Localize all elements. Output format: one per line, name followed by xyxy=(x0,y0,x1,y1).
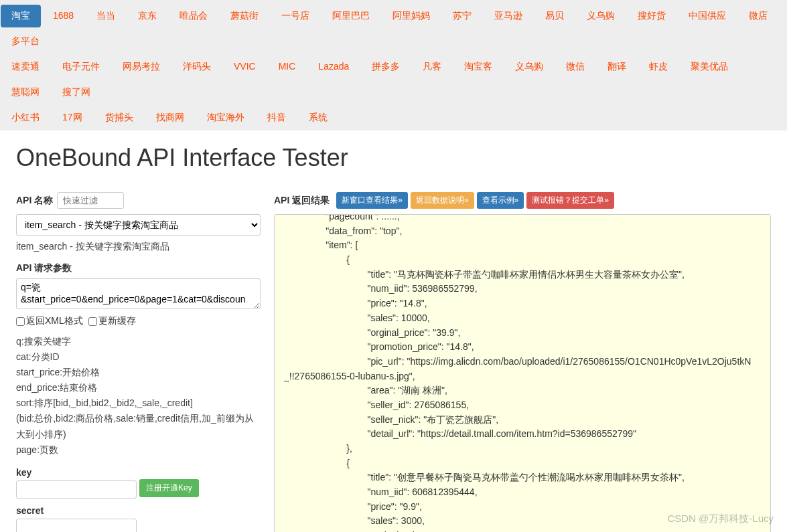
data-spec-button[interactable]: 返回数据说明» xyxy=(411,192,474,209)
api-select[interactable]: item_search - 按关键字搜索淘宝商品 xyxy=(16,214,261,236)
nav-tab[interactable]: 洋码头 xyxy=(172,56,222,78)
param-help: q:搜索关键字cat:分类IDstart_price:开始价格end_price… xyxy=(16,334,261,458)
param-help-line: cat:分类ID xyxy=(16,349,261,365)
param-help-line: start_price:开始价格 xyxy=(16,365,261,380)
nav-tab[interactable]: 搜好货 xyxy=(627,5,676,27)
submit-issue-button[interactable]: 测试报错？提交工单» xyxy=(526,192,614,209)
left-panel: API 名称 item_search - 按关键字搜索淘宝商品 item_sea… xyxy=(16,192,261,532)
checkbox-xml[interactable] xyxy=(16,317,25,326)
nav-tab[interactable]: 网易考拉 xyxy=(112,56,171,78)
nav-tab[interactable]: 货捕头 xyxy=(94,106,144,129)
nav-tab[interactable]: 电子元件 xyxy=(52,56,111,78)
register-key-button[interactable]: 注册开通Key xyxy=(139,479,199,497)
page-title: OneBound API Interface Tester xyxy=(0,130,787,179)
request-params-textarea[interactable] xyxy=(16,278,261,309)
nav-tab[interactable]: Lazada xyxy=(307,56,360,78)
nav-tab[interactable]: 当当 xyxy=(86,5,126,27)
nav-tab[interactable]: VVIC xyxy=(223,56,267,78)
nav-tab[interactable]: 亚马逊 xyxy=(484,5,533,27)
nav-tab[interactable]: 系统 xyxy=(298,106,338,129)
request-params-label: API 请求参数 xyxy=(16,262,257,274)
api-name-label: API 名称 xyxy=(16,195,53,207)
nav-tab[interactable]: 拼多多 xyxy=(361,56,411,78)
nav-tab[interactable]: 搜了网 xyxy=(52,81,101,104)
nav-tab[interactable]: 淘宝 xyxy=(1,5,41,27)
right-panel: API 返回结果 新窗口查看结果» 返回数据说明» 查看示例» 测试报错？提交工… xyxy=(274,192,771,532)
nav-tab[interactable]: 1688 xyxy=(42,5,84,27)
param-help-line: (bid:总价,bid2:商品价格,sale:销量,credit信用,加_前缀为… xyxy=(16,411,261,442)
result-label: API 返回结果 xyxy=(274,195,330,207)
nav-tab[interactable]: 抖音 xyxy=(257,106,297,129)
nav-tab[interactable]: 蘑菇街 xyxy=(220,5,269,27)
result-text: "pagecount": ......, "data_from": "top",… xyxy=(275,214,770,532)
nav-tab[interactable]: 一号店 xyxy=(271,5,320,27)
param-help-line: sort:排序[bid,_bid,bid2,_bid2,_sale,_credi… xyxy=(16,395,261,411)
nav-tab[interactable]: 虾皮 xyxy=(638,56,678,78)
nav-tabs: 淘宝1688当当京东唯品会蘑菇街一号店阿里巴巴阿里妈妈苏宁亚马逊易贝义乌购搜好货… xyxy=(0,0,787,130)
nav-tab[interactable]: 速卖通 xyxy=(1,56,50,78)
view-example-button[interactable]: 查看示例» xyxy=(477,192,524,209)
nav-tab[interactable]: 聚美优品 xyxy=(680,56,739,78)
nav-tab[interactable]: 微信 xyxy=(555,56,595,78)
nav-tab[interactable]: 17网 xyxy=(52,106,93,129)
nav-tab[interactable]: 找商网 xyxy=(145,106,195,129)
param-help-line: q:搜索关键字 xyxy=(16,334,261,349)
nav-tab[interactable]: 凡客 xyxy=(412,56,452,78)
nav-tab[interactable]: 淘宝客 xyxy=(453,56,503,78)
checkbox-cache[interactable] xyxy=(88,317,97,326)
param-help-line: page:页数 xyxy=(16,442,261,458)
current-api-text: item_search - 按关键字搜索淘宝商品 xyxy=(16,241,261,253)
nav-tab[interactable]: 翻译 xyxy=(597,56,637,78)
nav-tab[interactable]: 苏宁 xyxy=(442,5,482,27)
key-input[interactable] xyxy=(16,480,137,499)
nav-tab[interactable]: 义乌购 xyxy=(504,56,554,78)
nav-tab[interactable]: 阿里妈妈 xyxy=(382,5,441,27)
nav-tab[interactable]: 慧聪网 xyxy=(1,81,50,104)
result-box[interactable]: "pagecount": ......, "data_from": "top",… xyxy=(274,214,771,532)
checkbox-cache-label[interactable]: 更新缓存 xyxy=(88,315,136,327)
nav-tab[interactable]: 易贝 xyxy=(534,5,575,27)
nav-tab[interactable]: 唯品会 xyxy=(169,5,218,27)
nav-tab[interactable]: 京东 xyxy=(127,5,167,27)
secret-input[interactable] xyxy=(16,519,137,532)
nav-tab[interactable]: 小红书 xyxy=(1,106,50,129)
nav-tab[interactable]: 微店 xyxy=(738,5,778,27)
nav-tab[interactable]: 淘宝海外 xyxy=(196,106,255,129)
new-window-button[interactable]: 新窗口查看结果» xyxy=(336,192,408,209)
checkbox-xml-label[interactable]: 返回XML格式 xyxy=(16,315,83,327)
param-help-line: end_price:结束价格 xyxy=(16,380,261,395)
nav-tab[interactable]: MIC xyxy=(268,56,307,78)
nav-tab[interactable]: 多平台 xyxy=(1,30,50,53)
nav-tab[interactable]: 中国供应 xyxy=(678,5,737,27)
key-label: key xyxy=(16,467,257,478)
secret-label: secret xyxy=(16,505,257,516)
nav-tab[interactable]: 阿里巴巴 xyxy=(321,5,380,27)
api-name-filter-input[interactable] xyxy=(57,192,124,209)
nav-tab[interactable]: 义乌购 xyxy=(576,5,626,27)
